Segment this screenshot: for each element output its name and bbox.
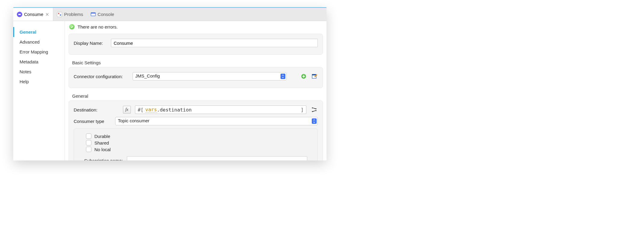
status-bar: There are no errors. <box>65 21 327 32</box>
shared-checkbox[interactable] <box>86 140 91 145</box>
tab-problems[interactable]: Problems <box>53 8 87 21</box>
tab-label: Console <box>98 12 114 17</box>
display-name-label: Display Name: <box>74 41 107 46</box>
destination-input[interactable]: #[ vars . destination ] <box>135 105 306 114</box>
durable-label: Durable <box>94 134 110 139</box>
sidebar-item-label: Notes <box>20 69 31 74</box>
sidebar-item-label: General <box>20 29 36 35</box>
status-message: There are no errors. <box>78 24 118 29</box>
select-arrows-icon <box>312 118 317 124</box>
sidebar-item-label: Metadata <box>20 59 38 64</box>
sidebar-item-label: Error Mapping <box>20 49 48 54</box>
main-panel: There are no errors. Display Name: Basic… <box>65 21 327 160</box>
fx-toggle[interactable]: fx <box>123 106 131 114</box>
tab-bar: Consume Problems Console <box>13 7 327 21</box>
expr-open-bracket: #[ <box>138 107 143 113</box>
svg-rect-2 <box>57 12 62 17</box>
expr-property: destination <box>160 107 192 113</box>
sidebar-item-error-mapping[interactable]: Error Mapping <box>13 47 65 57</box>
durable-checkbox[interactable] <box>86 133 91 139</box>
tab-consume[interactable]: Consume <box>13 8 53 21</box>
consume-icon <box>17 12 22 17</box>
expr-variable: vars <box>145 107 157 113</box>
tab-label: Consume <box>24 12 43 17</box>
sidebar-item-advanced[interactable]: Advanced <box>13 37 65 47</box>
sidebar-item-help[interactable]: Help <box>13 77 65 87</box>
edit-config-button[interactable] <box>311 73 318 80</box>
topic-consumer-options: Durable Shared No local Subscription nam… <box>74 128 318 160</box>
no-local-label: No local <box>94 147 111 152</box>
sidebar-item-metadata[interactable]: Metadata <box>13 57 65 67</box>
connector-config-value: JMS_Config <box>133 72 287 81</box>
sidebar: General Advanced Error Mapping Metadata … <box>13 21 65 160</box>
problems-icon <box>57 12 62 17</box>
configuration-window: Consume Problems Console General <box>13 7 327 160</box>
consumer-type-label: Consumer type <box>74 119 111 124</box>
general-section: Destination: fx #[ vars . destination ] <box>69 100 323 160</box>
tab-console[interactable]: Console <box>87 8 118 21</box>
close-icon[interactable] <box>45 12 49 17</box>
subscription-name-label: Subscription name: <box>84 158 123 161</box>
expr-close-bracket: ] <box>192 107 304 113</box>
general-section-title: General <box>72 93 322 99</box>
consumer-type-select[interactable]: Topic consumer <box>115 117 318 125</box>
fx-label: fx <box>125 107 128 112</box>
display-name-input[interactable] <box>111 39 318 47</box>
connector-config-label: Connector configuration: <box>74 74 128 79</box>
no-local-checkbox[interactable] <box>86 147 91 152</box>
ok-icon <box>69 24 75 29</box>
svg-point-4 <box>60 14 61 15</box>
sidebar-item-general[interactable]: General <box>13 27 65 37</box>
connector-config-select[interactable]: JMS_Config <box>133 72 287 81</box>
basic-settings-title: Basic Settings <box>72 60 322 65</box>
subscription-name-input[interactable] <box>127 156 307 160</box>
tab-label: Problems <box>64 12 83 17</box>
basic-settings-section: Connector configuration: JMS_Config <box>69 67 323 88</box>
sidebar-item-label: Help <box>20 79 29 84</box>
select-arrows-icon <box>281 74 285 79</box>
shared-label: Shared <box>94 140 109 145</box>
map-icon[interactable] <box>311 106 318 113</box>
expr-dot: . <box>157 107 160 113</box>
add-config-button[interactable] <box>300 73 307 80</box>
svg-rect-6 <box>91 13 95 14</box>
svg-rect-1 <box>18 14 21 15</box>
sidebar-item-notes[interactable]: Notes <box>13 67 65 77</box>
console-icon <box>90 12 96 17</box>
sidebar-item-label: Advanced <box>20 39 40 44</box>
display-name-section: Display Name: <box>69 34 323 55</box>
svg-point-3 <box>58 13 59 14</box>
consumer-type-value: Topic consumer <box>115 117 318 125</box>
destination-label: Destination: <box>74 107 119 112</box>
